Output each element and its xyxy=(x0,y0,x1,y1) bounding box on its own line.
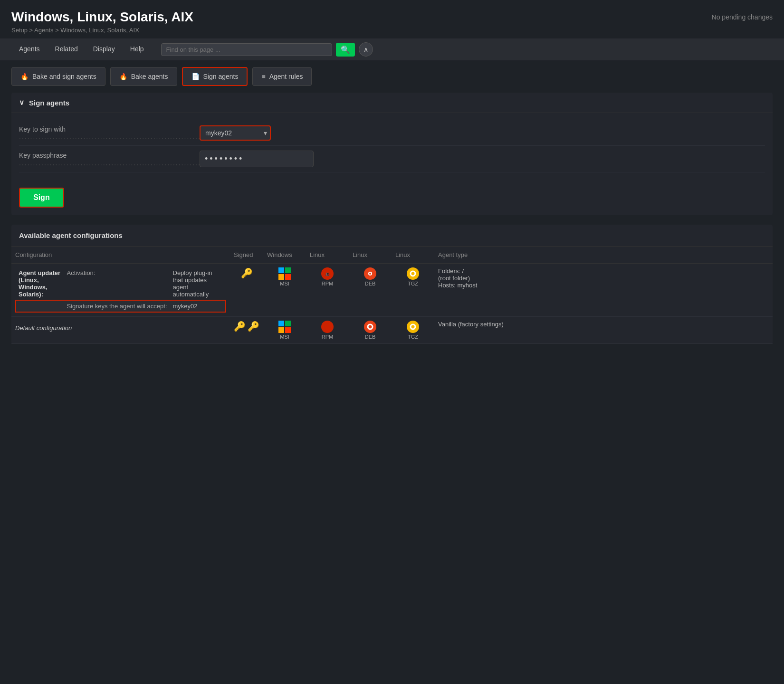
linux-deb-cell-1: DEB xyxy=(349,264,392,317)
configs-section: Available agent configurations Configura… xyxy=(11,225,773,344)
key-select-wrapper: mykey02 ▾ xyxy=(200,125,271,141)
key-label: Key to sign with .......................… xyxy=(19,125,200,141)
key-icon-2b: 🔑 xyxy=(248,321,259,332)
tgz-icon-1: TGZ xyxy=(395,267,430,286)
search-input[interactable] xyxy=(161,43,332,56)
nav-help[interactable]: Help xyxy=(123,38,152,60)
th-agent-type: Agent type xyxy=(434,247,773,264)
search-button[interactable]: 🔍 xyxy=(336,43,355,57)
svg-point-3 xyxy=(369,272,372,275)
th-linux-tgz: Linux xyxy=(392,247,434,264)
sub-row-activation: Agent updater (Linux, Windows, Solaris):… xyxy=(16,267,226,300)
tgz-label-1: TGZ xyxy=(408,281,418,286)
tgz-icon-2: TGZ xyxy=(395,321,430,340)
sig-keys-label: Signature keys the agent will accept: xyxy=(64,300,170,312)
chevron-down-icon: ∨ xyxy=(19,98,24,107)
sign-btn-container: Sign xyxy=(19,180,765,208)
th-linux-rpm: Linux xyxy=(306,247,349,264)
rpm-label-1: RPM xyxy=(322,281,333,286)
key-to-sign-row: Key to sign with .......................… xyxy=(19,121,765,146)
deb-icon-1: DEB xyxy=(353,267,388,286)
linux-rpm-cell-2: RPM xyxy=(306,317,349,344)
rpm-circle-2 xyxy=(321,321,334,333)
table-row: Agent updater (Linux, Windows, Solaris):… xyxy=(11,264,773,317)
windows-icon-2: MSI xyxy=(267,321,302,340)
svg-text:🎩: 🎩 xyxy=(325,272,330,276)
agent-type-cell-1: Folders: /(root folder)Hosts: myhost xyxy=(434,264,773,317)
agent-rules-button[interactable]: ≡ Agent rules xyxy=(252,67,312,86)
bake-label: Bake agents xyxy=(131,73,168,80)
sign-submit-button[interactable]: Sign xyxy=(19,188,64,208)
linux-rpm-cell-1: 🎩 RPM xyxy=(306,264,349,317)
key-icon-1: 🔑 xyxy=(241,267,253,279)
linux-deb-cell-2: DEB xyxy=(349,317,392,344)
sign-button[interactable]: 📄 Sign agents xyxy=(182,67,248,86)
tgz-circle-2 xyxy=(407,321,419,333)
th-windows: Windows xyxy=(263,247,306,264)
bake-sign-button[interactable]: 🔥 Bake and sign agents xyxy=(11,67,105,86)
rules-icon: ≡ xyxy=(261,73,265,80)
key-select[interactable]: mykey02 xyxy=(200,125,271,141)
deb-label-2: DEB xyxy=(365,334,376,340)
th-configuration: Configuration xyxy=(11,247,230,264)
nav-display[interactable]: Display xyxy=(86,38,123,60)
linux-tgz-cell-2: TGZ xyxy=(392,317,434,344)
sign-agents-body: Key to sign with .......................… xyxy=(11,113,773,215)
config-cell-1: Agent updater (Linux, Windows, Solaris):… xyxy=(11,264,230,317)
configs-table: Configuration Signed Windows Linux Linux… xyxy=(11,247,773,344)
nav-related[interactable]: Related xyxy=(48,38,86,60)
bake-sign-label: Bake and sign agents xyxy=(32,73,96,80)
signed-icons-1: 🔑 xyxy=(234,267,259,279)
collapse-button[interactable]: ∧ xyxy=(359,42,373,57)
msi-icon-1 xyxy=(278,267,291,280)
rpm-icon-2: RPM xyxy=(310,321,345,340)
sign-agents-section-header[interactable]: ∨ Sign agents xyxy=(11,93,773,113)
deb-icon-2: DEB xyxy=(353,321,388,340)
svg-point-8 xyxy=(368,324,373,329)
svg-point-5 xyxy=(411,271,415,276)
configs-section-header: Available agent configurations xyxy=(11,225,773,247)
svg-point-6 xyxy=(324,323,331,330)
deb-label-1: DEB xyxy=(365,281,376,286)
config-cell-2: Default configuration xyxy=(11,317,230,344)
sign-doc-icon: 📄 xyxy=(191,73,200,80)
passphrase-label: Key passphrase .........................… xyxy=(19,152,200,167)
sign-agents-title: Sign agents xyxy=(29,99,69,107)
bake-fire-icon: 🔥 xyxy=(119,73,127,80)
linux-tgz-cell-1: TGZ xyxy=(392,264,434,317)
msi-icon-2 xyxy=(278,321,291,333)
config-main-label: Agent updater (Linux, Windows, Solaris): xyxy=(16,267,64,300)
page-title: Windows, Linux, Solaris, AIX xyxy=(11,10,193,25)
sub-row-sig-keys: Signature keys the agent will accept: my… xyxy=(16,300,226,312)
bake-sign-fire-icon: 🔥 xyxy=(20,73,29,80)
passphrase-row: Key passphrase .........................… xyxy=(19,146,765,172)
key-icon-2a: 🔑 xyxy=(234,321,246,332)
no-pending-status: No pending changes xyxy=(712,10,773,21)
signed-cell-1: 🔑 xyxy=(230,264,263,317)
activation-value: Deploy plug-in that updates agent automa… xyxy=(170,267,226,300)
rpm-icon-1: 🎩 RPM xyxy=(310,267,345,286)
table-header-row: Configuration Signed Windows Linux Linux… xyxy=(11,247,773,264)
signed-icons-2: 🔑 🔑 xyxy=(234,321,259,332)
nav-bar: Agents Related Display Help 🔍 ∧ xyxy=(0,38,784,60)
windows-cell-2: MSI xyxy=(263,317,306,344)
rpm-circle-1: 🎩 xyxy=(321,267,334,280)
msi-label-1: MSI xyxy=(280,281,289,286)
agent-type-cell-2: Vanilla (factory settings) xyxy=(434,317,773,344)
rpm-label-2: RPM xyxy=(322,334,333,340)
breadcrumb: Setup > Agents > Windows, Linux, Solaris… xyxy=(11,27,193,34)
config-sub-table: Agent updater (Linux, Windows, Solaris):… xyxy=(15,267,226,313)
th-linux-deb: Linux xyxy=(349,247,392,264)
tgz-label-2: TGZ xyxy=(408,334,418,340)
activation-label: Activation: xyxy=(64,267,170,300)
passphrase-input[interactable] xyxy=(200,151,314,167)
nav-agents[interactable]: Agents xyxy=(11,38,48,60)
deb-circle-1 xyxy=(364,267,376,280)
sig-keys-value: mykey02 xyxy=(170,300,226,312)
search-area: 🔍 ∧ xyxy=(161,42,373,57)
page-header: Windows, Linux, Solaris, AIX Setup > Age… xyxy=(0,0,784,38)
windows-icon-1: MSI xyxy=(267,267,302,286)
action-bar: 🔥 Bake and sign agents 🔥 Bake agents 📄 S… xyxy=(0,60,784,93)
tgz-circle-1 xyxy=(407,267,419,280)
bake-button[interactable]: 🔥 Bake agents xyxy=(110,67,177,86)
